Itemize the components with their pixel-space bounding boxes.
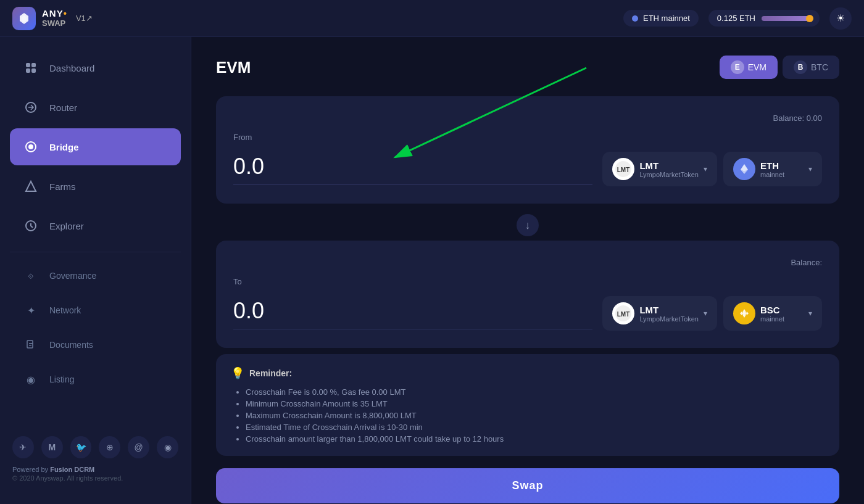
page-header: EVM E EVM B BTC — [216, 56, 839, 79]
chain-tab-evm[interactable]: E EVM — [720, 56, 778, 79]
sidebar-label-bridge: Bridge — [49, 142, 79, 152]
from-token-selector[interactable]: LMT LMT LympoMarketToken ▾ — [602, 152, 717, 186]
from-token-info: LMT LympoMarketToken — [639, 160, 699, 178]
reminder-item-1: Crosschain Fee is 0.00 %, Gas fee 0.00 L… — [246, 387, 825, 397]
bridge-icon — [21, 137, 41, 157]
to-amount-container — [233, 298, 592, 329]
nav-secondary: ⟐ Governance ✦ Network Documents ◉ — [0, 260, 191, 395]
social-mastodon[interactable]: @ — [128, 436, 149, 458]
dashboard-icon — [21, 58, 41, 78]
sidebar-item-network[interactable]: ✦ Network — [10, 294, 181, 326]
to-label: To — [233, 277, 822, 286]
chain-tab-evm-letter: E — [731, 60, 744, 74]
svg-point-23 — [742, 312, 746, 315]
nav-primary: Dashboard Router Bridg — [0, 49, 191, 244]
sidebar-label-explorer: Explorer — [49, 221, 84, 231]
layout: Dashboard Router Bridg — [0, 37, 864, 504]
to-token-info: LMT LympoMarketToken — [639, 305, 699, 323]
to-network-selector[interactable]: BSC mainnet ▾ — [723, 296, 822, 331]
to-card: Balance: To LMT — [216, 241, 839, 348]
eth-icon — [733, 158, 755, 180]
to-token-chevron-icon: ▾ — [704, 309, 707, 318]
sidebar-item-farms[interactable]: Farms — [10, 168, 181, 205]
page-title: EVM — [216, 58, 251, 77]
from-network-selector[interactable]: ETH mainnet ▾ — [723, 152, 822, 186]
from-amount-input[interactable] — [233, 154, 592, 185]
sidebar-item-router[interactable]: Router — [10, 89, 181, 126]
router-icon — [21, 97, 41, 117]
reminder-bulb-icon: 💡 — [231, 366, 244, 380]
reminder-card: 💡 Reminder: Crosschain Fee is 0.00 %, Ga… — [216, 354, 839, 456]
reminder-item-2: Minimum Crosschain Amount is 35 LMT — [246, 399, 825, 408]
svg-rect-2 — [26, 68, 30, 73]
svg-point-6 — [28, 144, 33, 149]
to-network-info: BSC mainnet — [760, 305, 804, 323]
swap-button[interactable]: Swap — [216, 468, 839, 503]
svg-rect-9 — [27, 341, 33, 348]
svg-text:LMT: LMT — [617, 311, 630, 318]
theme-toggle-button[interactable]: ☀ — [829, 7, 852, 30]
to-token-name: LMT — [639, 305, 699, 315]
social-telegram[interactable]: ✈ — [12, 436, 34, 458]
main-content: EVM E EVM B BTC Balance: 0.00 From — [191, 37, 864, 504]
to-amount-input[interactable] — [233, 298, 592, 329]
logo-text: ANY• SWAP — [42, 9, 67, 28]
logo-icon — [12, 7, 36, 30]
from-balance-label: Balance: 0.00 — [773, 114, 822, 123]
svg-rect-0 — [26, 63, 30, 67]
to-network-name: BSC — [760, 305, 804, 315]
sidebar-item-explorer[interactable]: Explorer — [10, 207, 181, 244]
svg-marker-7 — [26, 181, 36, 191]
bsc-icon — [733, 302, 755, 324]
from-selectors: LMT LMT LympoMarketToken ▾ — [602, 152, 822, 186]
from-row: LMT LMT LympoMarketToken ▾ — [233, 152, 822, 186]
balance-bar — [762, 16, 811, 21]
social-medium[interactable]: M — [41, 436, 63, 458]
reminder-item-5: Crosschain amount larger than 1,800,000 … — [246, 434, 825, 444]
from-token-sub: LympoMarketToken — [639, 171, 699, 178]
social-github[interactable]: ⊕ — [99, 436, 120, 458]
social-twitter[interactable]: 🐦 — [70, 436, 92, 458]
social-icons: ✈ M 🐦 ⊕ @ ◉ — [12, 436, 178, 458]
sidebar-item-documents[interactable]: Documents — [10, 329, 181, 361]
chain-tab-evm-label: EVM — [748, 62, 766, 72]
svg-text:LMT: LMT — [617, 167, 630, 173]
governance-icon: ⟐ — [21, 266, 41, 286]
to-token-selector[interactable]: LMT LMT LympoMarketToken ▾ — [602, 296, 717, 331]
reminder-item-4: Estimated Time of Crosschain Arrival is … — [246, 423, 825, 432]
explorer-icon — [21, 216, 41, 236]
sidebar-label-farms: Farms — [49, 181, 76, 192]
to-row: LMT LMT LympoMarketToken ▾ — [233, 296, 822, 331]
sidebar-footer: ✈ M 🐦 ⊕ @ ◉ Powered by Fusion DCRM © 202… — [0, 426, 191, 492]
to-lmt-icon: LMT — [612, 302, 634, 324]
chain-tab-btc[interactable]: B BTC — [783, 56, 839, 79]
to-network-chevron-icon: ▾ — [808, 309, 812, 318]
from-token-chevron-icon: ▾ — [704, 165, 707, 173]
chain-tabs: E EVM B BTC — [720, 56, 839, 79]
sidebar-label-documents: Documents — [49, 340, 93, 350]
from-network-sub: mainnet — [760, 171, 804, 178]
to-network-sub: mainnet — [760, 315, 804, 323]
sidebar-item-bridge[interactable]: Bridge — [10, 128, 181, 165]
sidebar-item-governance[interactable]: ⟐ Governance — [10, 260, 181, 292]
chain-tab-btc-letter: B — [794, 60, 807, 74]
sidebar-label-dashboard: Dashboard — [49, 63, 94, 73]
powered-by: Powered by Fusion DCRM — [12, 466, 178, 473]
swap-direction-button[interactable]: ↓ — [517, 214, 539, 236]
from-amount-container — [233, 154, 592, 185]
balance-display: 0.125 ETH — [708, 10, 820, 27]
reminder-item-3: Maximum Crosschain Amount is 8,800,000 L… — [246, 411, 825, 420]
sidebar-label-listing: Listing — [49, 374, 74, 384]
network-selector[interactable]: ETH mainnet — [623, 10, 699, 27]
sidebar-item-dashboard[interactable]: Dashboard — [10, 49, 181, 86]
header-right: ETH mainnet 0.125 ETH ☀ — [623, 7, 852, 30]
sidebar-label-network: Network — [49, 305, 81, 315]
to-token-sub: LympoMarketToken — [639, 315, 699, 323]
from-network-name: ETH — [760, 160, 804, 171]
farms-icon — [21, 176, 41, 196]
lmt-icon: LMT — [612, 158, 634, 180]
social-other[interactable]: ◉ — [157, 436, 178, 458]
sidebar-item-listing[interactable]: ◉ Listing — [10, 363, 181, 395]
from-card: Balance: 0.00 From LMT — [216, 96, 839, 204]
svg-rect-10 — [29, 343, 33, 344]
